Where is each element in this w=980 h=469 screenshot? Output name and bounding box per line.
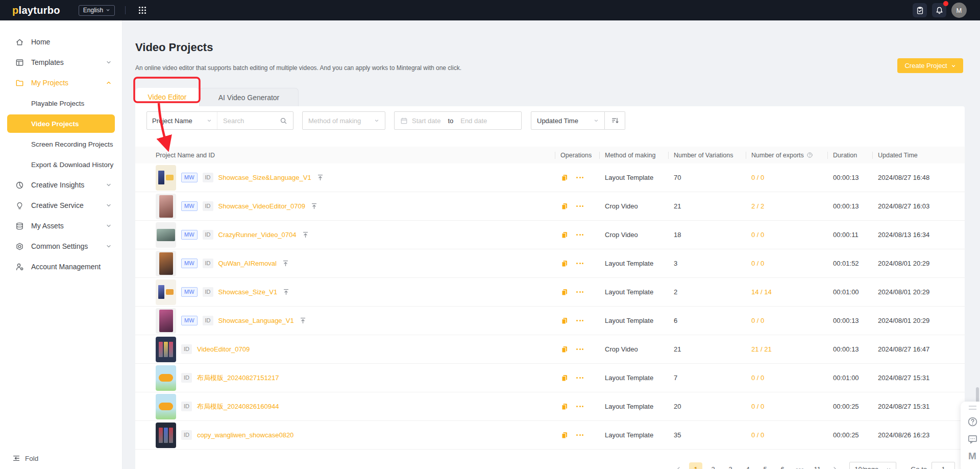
sidebar-item-video-projects[interactable]: Video Projects <box>7 114 115 133</box>
sidebar-item-home[interactable]: Home <box>0 32 122 52</box>
sidebar-item-creative-insights[interactable]: Creative Insights <box>0 175 122 195</box>
sidebar-item-account-management[interactable]: Account Management <box>0 256 122 277</box>
fold-sidebar-button[interactable]: Fold <box>12 454 38 462</box>
language-selector[interactable]: English <box>79 5 115 16</box>
duplicate-button[interactable] <box>560 317 569 325</box>
settings-icon <box>15 242 24 251</box>
thumbnail-image <box>166 289 174 295</box>
duplicate-button[interactable] <box>560 260 569 268</box>
notifications-button[interactable] <box>932 3 946 17</box>
create-project-button[interactable]: Create Project <box>897 58 963 73</box>
tab-video-editor[interactable]: Video Editor <box>135 88 199 106</box>
project-name-link[interactable]: copy_wangliwen_showcase0820 <box>197 431 293 439</box>
page-button-1[interactable]: 1 <box>689 462 702 469</box>
tasks-button[interactable] <box>913 3 927 17</box>
project-name-link[interactable]: CrazyRunner_Video_0704 <box>218 231 297 239</box>
more-actions-button[interactable] <box>576 318 583 323</box>
updated-time-cell: 2024/08/26 16:23 <box>878 431 955 439</box>
apps-grid-icon[interactable] <box>136 4 149 17</box>
more-actions-button[interactable] <box>576 375 583 381</box>
info-icon[interactable] <box>806 152 813 158</box>
table-row: ID布局模版_20240826160944Layout Template200 … <box>135 392 965 421</box>
page-button-4[interactable]: 4 <box>741 462 754 469</box>
more-pages-ellipsis[interactable]: ••• <box>793 462 806 469</box>
duplicate-button[interactable] <box>560 174 569 182</box>
page-button-2[interactable]: 2 <box>706 462 720 469</box>
sidebar-item-label: Account Management <box>31 263 112 271</box>
more-actions-button[interactable] <box>576 432 583 438</box>
operations-cell <box>560 288 605 296</box>
sidebar-item-my-assets[interactable]: My Assets <box>0 216 122 236</box>
duplicate-button[interactable] <box>560 345 569 354</box>
sort-order-button[interactable] <box>605 111 625 130</box>
project-name-cell: IDVideoEditor_0709 <box>156 337 560 362</box>
account-icon <box>15 263 24 271</box>
more-actions-button[interactable] <box>576 346 583 352</box>
export-icon[interactable] <box>316 174 324 181</box>
page-button-5[interactable]: 5 <box>758 462 772 469</box>
tab-ai-video-generator[interactable]: AI Video Generator <box>199 88 299 106</box>
help-button[interactable] <box>967 416 978 427</box>
dot <box>582 348 583 350</box>
more-actions-button[interactable] <box>576 203 583 209</box>
updated-time-cell: 2024/08/27 15:31 <box>878 403 955 410</box>
search-input[interactable]: Search <box>217 112 293 129</box>
sidebar-item-playable-projects[interactable]: Playable Projects <box>7 93 115 113</box>
duplicate-button[interactable] <box>560 202 569 210</box>
duplicate-button[interactable] <box>560 374 569 382</box>
export-icon[interactable] <box>310 202 318 210</box>
page-button-11[interactable]: 11 <box>811 462 824 469</box>
project-name-link[interactable]: Showcase_Size_V1 <box>218 288 278 296</box>
sidebar-item-creative-service[interactable]: Creative Service <box>0 195 122 216</box>
user-avatar[interactable]: M <box>951 3 967 18</box>
notification-badge <box>943 1 948 6</box>
sidebar-subitem-label: Video Projects <box>31 120 79 128</box>
thumbnail-image <box>159 310 173 332</box>
duplicate-button[interactable] <box>560 288 569 296</box>
page-button-6[interactable]: 6 <box>776 462 789 469</box>
project-name-link[interactable]: Showcase_Language_V1 <box>218 317 294 324</box>
previous-page-button[interactable] <box>672 462 685 469</box>
topbar-divider <box>125 6 126 14</box>
more-actions-button[interactable] <box>576 232 583 238</box>
feedback-chat-button[interactable] <box>967 434 978 444</box>
mintegral-button[interactable]: M <box>968 451 976 461</box>
duplicate-button[interactable] <box>560 403 569 411</box>
project-name-link[interactable]: 布局模版_20240826160944 <box>197 402 279 411</box>
sidebar-item-templates[interactable]: Templates <box>0 52 122 73</box>
sidebar-item-screen-recording-projects[interactable]: Screen Recording Projects <box>7 134 115 154</box>
date-range-picker[interactable]: Start date to End date <box>394 111 522 130</box>
project-name-link[interactable]: Showcase_VideoEditor_0709 <box>218 202 305 210</box>
page-button-3[interactable]: 3 <box>724 462 737 469</box>
more-actions-button[interactable] <box>576 175 583 180</box>
variations-cell: 70 <box>674 174 751 181</box>
duplicate-button[interactable] <box>560 231 569 239</box>
sidebar-item-export-download-history[interactable]: Export & Download History <box>7 154 115 175</box>
updated-time-cell: 2024/08/01 20:29 <box>878 260 955 267</box>
method-of-making-select[interactable]: Method of making <box>302 111 385 130</box>
export-icon[interactable] <box>282 260 289 267</box>
project-name-link[interactable]: VideoEditor_0709 <box>197 345 250 353</box>
search-field-select[interactable]: Project Name <box>147 112 217 129</box>
export-icon[interactable] <box>299 317 307 324</box>
project-name-link[interactable]: Showcase_Size&Language_V1 <box>218 174 311 181</box>
goto-page-input[interactable]: 1 <box>932 462 955 469</box>
more-actions-button[interactable] <box>576 289 583 295</box>
more-actions-button[interactable] <box>576 261 583 266</box>
templates-icon <box>15 58 24 67</box>
id-badge: ID <box>181 344 192 354</box>
top-bar: playturbo English M <box>0 0 980 20</box>
duplicate-button[interactable] <box>560 431 569 439</box>
sort-field-select[interactable]: Updated Time <box>531 111 605 130</box>
more-actions-button[interactable] <box>576 404 583 409</box>
export-icon[interactable] <box>302 231 309 239</box>
sidebar-item-my-projects[interactable]: My Projects <box>0 73 122 93</box>
project-name-link[interactable]: QuWan_AIRemoval <box>218 260 277 267</box>
project-name-link[interactable]: 布局模版_20240827151217 <box>197 373 279 383</box>
page-size-select[interactable]: 10/page <box>849 462 896 469</box>
next-page-button[interactable] <box>828 462 841 469</box>
export-icon[interactable] <box>282 288 290 296</box>
sidebar-item-label: Common Settings <box>31 242 106 250</box>
dock-drag-handle[interactable] <box>969 406 976 410</box>
sidebar-item-common-settings[interactable]: Common Settings <box>0 236 122 256</box>
